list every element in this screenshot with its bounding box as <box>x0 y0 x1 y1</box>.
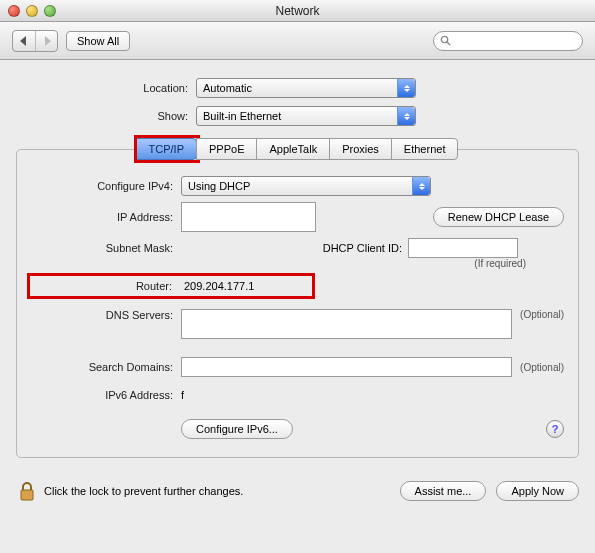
toolbar: Show All <box>0 22 595 60</box>
show-popup[interactable]: Built-in Ethernet <box>196 106 416 126</box>
ipv6-address-label: IPv6 Address: <box>31 389 181 401</box>
chevron-updown-icon <box>397 79 415 97</box>
tab-bar: TCP/IP PPPoE AppleTalk Proxies Ethernet <box>16 138 579 160</box>
location-label: Location: <box>16 82 196 94</box>
configure-ipv6-button[interactable]: Configure IPv6... <box>181 419 293 439</box>
configure-ipv4-label: Configure IPv4: <box>31 180 181 192</box>
nav-buttons <box>12 30 58 52</box>
tab-appletalk[interactable]: AppleTalk <box>256 138 330 160</box>
show-all-button[interactable]: Show All <box>66 31 130 51</box>
dns-servers-input[interactable] <box>181 309 512 339</box>
subnet-mask-label: Subnet Mask: <box>31 242 181 254</box>
location-value: Automatic <box>203 82 252 94</box>
svg-point-0 <box>441 36 447 42</box>
dhcp-client-input[interactable] <box>408 238 518 258</box>
search-domains-optional: (Optional) <box>520 362 564 373</box>
ipv6-address-value: f <box>181 389 184 401</box>
search-domains-input[interactable] <box>181 357 512 377</box>
tab-proxies[interactable]: Proxies <box>329 138 392 160</box>
ip-address-value <box>181 202 316 232</box>
back-button[interactable] <box>13 31 35 51</box>
tab-ethernet[interactable]: Ethernet <box>391 138 459 160</box>
tcpip-panel: Configure IPv4: Using DHCP IP Address: R… <box>16 149 579 458</box>
search-icon <box>440 35 451 46</box>
configure-ipv4-value: Using DHCP <box>188 180 250 192</box>
forward-button[interactable] <box>35 31 57 51</box>
tab-pppoe[interactable]: PPPoE <box>196 138 257 160</box>
lock-icon[interactable] <box>16 478 38 504</box>
chevron-updown-icon <box>412 177 430 195</box>
assist-me-button[interactable]: Assist me... <box>400 481 487 501</box>
dhcp-client-label: DHCP Client ID: <box>316 242 408 254</box>
footer: Click the lock to prevent further change… <box>0 468 595 514</box>
titlebar: Network <box>0 0 595 22</box>
show-label: Show: <box>16 110 196 122</box>
svg-line-1 <box>447 42 450 45</box>
lock-text: Click the lock to prevent further change… <box>44 485 243 497</box>
window-title: Network <box>0 4 595 18</box>
chevron-updown-icon <box>397 107 415 125</box>
content: Location: Automatic Show: Built-in Ether… <box>0 60 595 458</box>
location-popup[interactable]: Automatic <box>196 78 416 98</box>
router-value: 209.204.177.1 <box>180 280 308 292</box>
show-value: Built-in Ethernet <box>203 110 281 122</box>
help-button[interactable]: ? <box>546 420 564 438</box>
router-label: Router: <box>34 280 180 292</box>
dns-servers-label: DNS Servers: <box>31 309 181 321</box>
search-input[interactable] <box>433 31 583 51</box>
search-domains-label: Search Domains: <box>31 361 181 373</box>
tab-tcpip[interactable]: TCP/IP <box>136 138 197 160</box>
svg-rect-2 <box>21 490 33 500</box>
renew-dhcp-button[interactable]: Renew DHCP Lease <box>433 207 564 227</box>
configure-ipv4-popup[interactable]: Using DHCP <box>181 176 431 196</box>
ip-address-label: IP Address: <box>31 211 181 223</box>
apply-now-button[interactable]: Apply Now <box>496 481 579 501</box>
dns-optional: (Optional) <box>520 309 564 320</box>
